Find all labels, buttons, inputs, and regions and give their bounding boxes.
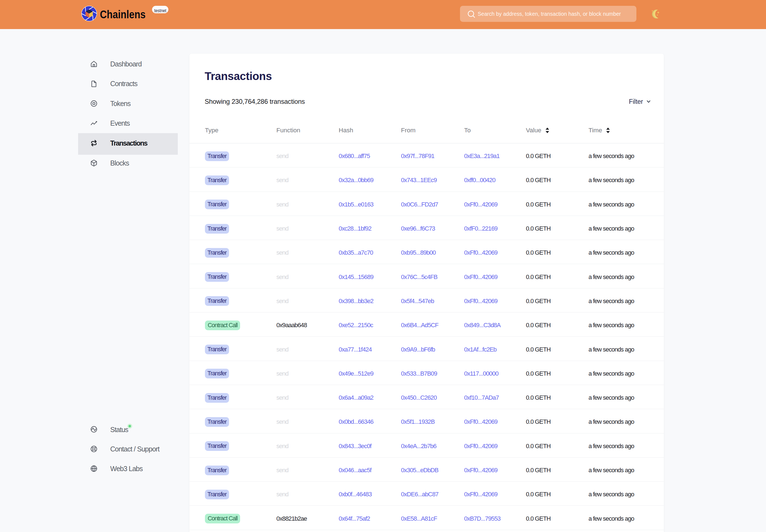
svg-text:Search by address, token, tran: Search by address, token, transaction ha… — [478, 11, 621, 17]
svg-text:testnet: testnet — [154, 8, 166, 13]
